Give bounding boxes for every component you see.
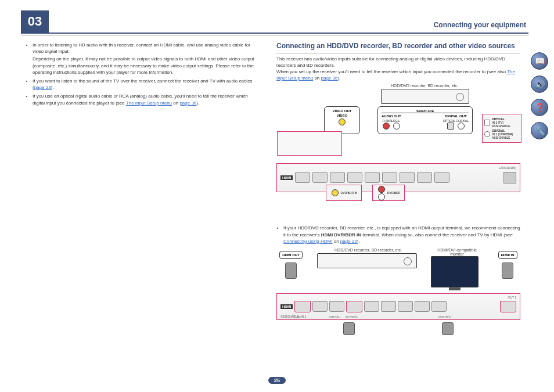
hdmi-port-icon bbox=[364, 301, 379, 312]
d1-audio-in-panel: DVR/BDR bbox=[372, 185, 405, 201]
mb-bold: HDMI DVR/BDR IN bbox=[321, 232, 361, 238]
hdmi-port-icon bbox=[415, 301, 430, 312]
connection-diagram-2: HDMI OUT HDD/DVD recorder, BD recorder, … bbox=[276, 248, 520, 335]
lb3-b: ). bbox=[196, 100, 199, 106]
d1-detail-zoom-box bbox=[277, 131, 342, 156]
header-rule-thin bbox=[21, 35, 528, 35]
sidebar-nav-icons: 📖 🔊 ❓ 🔧 bbox=[531, 52, 548, 139]
d1-digital-out: DIGITAL OUT bbox=[443, 114, 469, 118]
d2-recorder-box bbox=[317, 253, 417, 268]
hdmi-plug-icon bbox=[502, 262, 513, 279]
d1-recorder-box bbox=[381, 89, 469, 104]
hdmi-dvr-bdr-port-icon bbox=[346, 301, 362, 312]
hdmi-port-icon bbox=[434, 172, 449, 183]
lb1-text: In order to listening to HD audio with t… bbox=[33, 42, 250, 54]
hdmi-port-icon bbox=[398, 301, 413, 312]
hdmi-port-icon bbox=[431, 301, 447, 312]
audio-l-in-jack-icon bbox=[378, 193, 385, 200]
wrench-icon[interactable]: 🔧 bbox=[531, 122, 548, 139]
optical-jack-icon bbox=[447, 123, 454, 130]
analog-r-jack-icon bbox=[383, 123, 390, 130]
hdmi-port-icon bbox=[330, 172, 345, 183]
analog-l-jack-icon bbox=[393, 123, 400, 130]
hdmi-port-icon bbox=[417, 172, 432, 183]
mb-on: on bbox=[332, 239, 340, 244]
optical-in-port-icon bbox=[484, 120, 490, 125]
audio-r-in-jack-icon bbox=[378, 186, 385, 193]
composite-video-jack-icon bbox=[339, 118, 346, 125]
sp-assign1: ASSIGNABLE bbox=[492, 124, 510, 128]
d2-hdmi-in-callout: HDMI IN bbox=[498, 251, 517, 259]
mb-link[interactable]: Connecting using HDMI bbox=[283, 239, 332, 244]
d2-assignable: ASSIGNABLE bbox=[280, 315, 299, 318]
mb-page[interactable]: page 23 bbox=[340, 239, 357, 244]
lb3-page[interactable]: page 36 bbox=[179, 100, 196, 106]
lb3-link[interactable]: The Input Setup menu bbox=[126, 100, 172, 106]
right-column: Connecting an HDD/DVD recorder, BD recor… bbox=[276, 42, 520, 335]
help-icon[interactable]: ❓ bbox=[531, 99, 548, 116]
d1-l: L bbox=[398, 119, 400, 123]
lb2-link[interactable]: page 23 bbox=[34, 85, 51, 90]
speaker-icon[interactable]: 🔊 bbox=[531, 75, 548, 93]
connection-diagram-1: HDD/DVD recorder, BD recorder, etc. VIDE… bbox=[276, 84, 520, 192]
d2-out1: OUT 1 bbox=[508, 296, 516, 299]
d1-audio-callout: Select one AUDIO OUT R ANALOG L DIGITAL … bbox=[377, 106, 473, 134]
left-column: In order to listening to HD audio with t… bbox=[26, 42, 258, 109]
d2-p3: (SAT/CBL) bbox=[329, 315, 344, 318]
d2-p9: (HDMI/MHL) bbox=[438, 315, 454, 318]
hdmi-port-icon bbox=[312, 172, 328, 183]
coaxial-in-port-icon bbox=[484, 131, 490, 137]
page-number: 25 bbox=[268, 377, 286, 384]
d1-select-one: Select one bbox=[382, 109, 469, 113]
lb1-sub: Depending on the player, it may not be p… bbox=[33, 56, 258, 75]
hdmi-port-icon bbox=[295, 172, 310, 183]
left-bullet-1: In order to listening to HD audio with t… bbox=[33, 42, 258, 75]
hdmi-port-icon bbox=[382, 172, 397, 183]
d1-audio-out: AUDIO OUT bbox=[382, 114, 401, 118]
d1-hdmi-label: HDMI bbox=[280, 175, 293, 180]
hdmi-port-icon bbox=[365, 172, 380, 183]
mb-b: terminal. When doing so, also connect th… bbox=[361, 232, 513, 238]
intro2-on: on bbox=[313, 75, 321, 81]
mid-bullet: If your HDD/DVD recorder, BD recorder, e… bbox=[276, 225, 520, 244]
d2-receiver-rear-panel: HDMI ASSIGNABLE IN 1 OUT 1 (BD) (SAT/CBL… bbox=[276, 293, 520, 320]
intro-p1: This receiver has audio/video inputs sui… bbox=[276, 56, 520, 69]
hdmi-plug-icon bbox=[285, 262, 297, 279]
intro-p2: When you set up the receiver you'll need… bbox=[276, 69, 520, 81]
d1-lan-label: LAN (10/100) bbox=[499, 166, 516, 170]
hdmi-port-icon bbox=[400, 172, 415, 183]
d1-video-out-label: VIDEO OUT bbox=[328, 109, 356, 113]
monitor-icon bbox=[431, 256, 479, 287]
coaxial-jack-icon bbox=[458, 123, 465, 130]
intro2-b: ). bbox=[337, 75, 340, 81]
book-icon[interactable]: 📖 bbox=[531, 52, 548, 70]
hdmi-plug-icon bbox=[343, 322, 355, 335]
hdmi-port-icon bbox=[312, 301, 328, 312]
hdmi-port-icon bbox=[347, 172, 362, 183]
d1-video-label: VIDEO bbox=[328, 114, 356, 117]
d1-device-label: HDD/DVD recorder, BD recorder, etc. bbox=[381, 84, 468, 88]
sp-assign2: ASSIGNABLE bbox=[492, 136, 510, 139]
left-bullet-3: If you use an optical digital audio cabl… bbox=[33, 93, 258, 106]
section-heading: Connecting an HDD/DVD recorder, BD recor… bbox=[276, 42, 520, 53]
d1-digital-in-panel: OPTICAL IN 1 (TV) ASSIGNABLE COAXIAL IN … bbox=[482, 114, 521, 143]
composite-in-jack-icon bbox=[332, 189, 339, 196]
left-bullet-2: If you want to listen to the sound of th… bbox=[33, 78, 258, 91]
d2-p1: (BD) bbox=[297, 315, 312, 318]
header-rule-thick bbox=[21, 33, 528, 34]
d1-dvr-bdr-in: DVR/BDR IN bbox=[341, 191, 358, 195]
d2-monitor-label: HDMI/DVI-compatible monitor bbox=[431, 248, 483, 256]
lb2-b: ). bbox=[51, 85, 54, 90]
hdmi-port-icon bbox=[329, 301, 344, 312]
lan-port-icon bbox=[503, 172, 516, 184]
hdmi-out1-port-icon bbox=[500, 301, 516, 312]
d1-dvr-bdr: DVR/BDR bbox=[387, 191, 401, 195]
page-header-title: Connecting your equipment bbox=[434, 21, 526, 29]
mb-c: ). bbox=[357, 239, 360, 244]
d2-p4: (DVR/BDR) bbox=[346, 315, 361, 318]
chapter-number: 03 bbox=[21, 10, 49, 33]
intro2-page[interactable]: page 36 bbox=[321, 75, 338, 81]
hdmi-port-icon bbox=[381, 301, 396, 312]
d1-video-out-callout: VIDEO OUT VIDEO bbox=[324, 106, 360, 134]
hdmi-in1-port-icon bbox=[294, 301, 311, 312]
